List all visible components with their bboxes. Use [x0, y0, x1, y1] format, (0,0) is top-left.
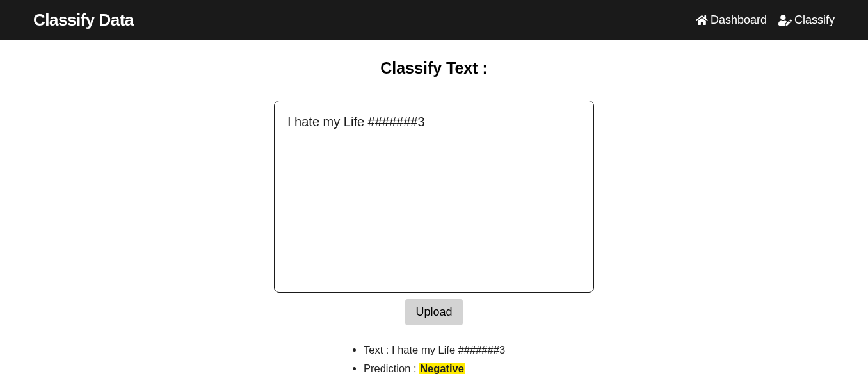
- user-edit-icon: [778, 15, 792, 26]
- brand-title: Classify Data: [33, 10, 134, 30]
- result-prediction-label: Prediction :: [364, 363, 419, 374]
- home-icon: [696, 14, 708, 26]
- nav-link-dashboard[interactable]: Dashboard: [696, 13, 767, 27]
- result-text-item: Text : I hate my Life #######3: [364, 342, 594, 358]
- result-text-value: I hate my Life #######3: [392, 344, 505, 355]
- nav-links: Dashboard Classify: [696, 13, 835, 27]
- nav-link-dashboard-label: Dashboard: [711, 13, 767, 27]
- result-prediction-value: Negative: [419, 363, 465, 374]
- nav-link-classify-label: Classify: [794, 13, 835, 27]
- page-title: Classify Text :: [380, 59, 488, 78]
- upload-button[interactable]: Upload: [405, 299, 462, 325]
- nav-link-classify[interactable]: Classify: [778, 13, 835, 27]
- result-prediction-item: Prediction : Negative: [364, 361, 594, 377]
- main-content: Classify Text : Upload Text : I hate my …: [0, 40, 868, 379]
- navbar: Classify Data Dashboard Classify: [0, 0, 868, 40]
- result-text-label: Text :: [364, 344, 392, 355]
- results-section: Text : I hate my Life #######3 Predictio…: [274, 342, 594, 379]
- classify-text-input[interactable]: [274, 101, 594, 293]
